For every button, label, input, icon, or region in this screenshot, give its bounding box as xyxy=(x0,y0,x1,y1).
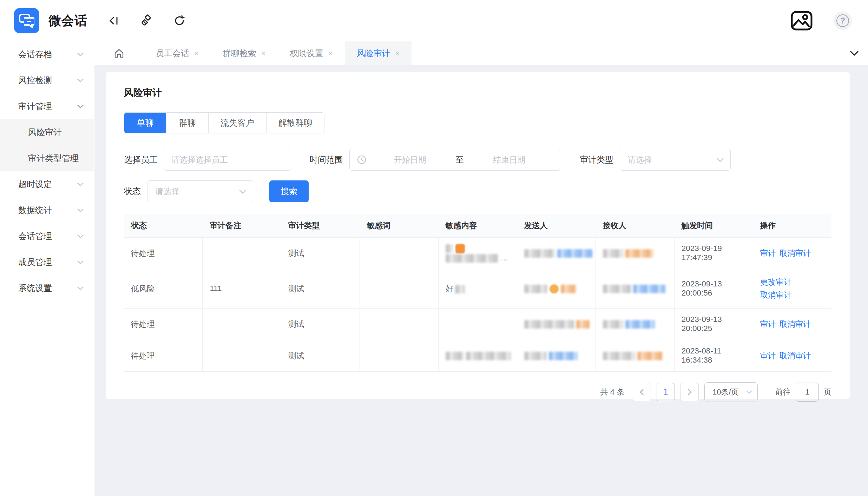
audit-action-link[interactable]: 审计 xyxy=(760,319,776,330)
daterange-filter-label: 时间范围 xyxy=(309,154,343,165)
change-audit-action-link[interactable]: 更改审计 xyxy=(760,277,832,287)
search-button[interactable]: 搜索 xyxy=(269,180,309,202)
redacted-receiver xyxy=(596,237,674,269)
redacted-sender xyxy=(517,269,596,308)
redacted-sender xyxy=(517,237,596,269)
prev-page-button[interactable] xyxy=(633,383,651,401)
sidebar-item-session-management[interactable]: 会话管理 xyxy=(0,223,94,249)
table-row: 待处理 测试 xyxy=(124,340,831,371)
col-actions: 操作 xyxy=(753,214,831,237)
total-count: 共 4 条 xyxy=(600,387,624,397)
employee-select[interactable] xyxy=(164,149,291,171)
start-date-placeholder[interactable]: 开始日期 xyxy=(367,154,454,165)
redacted-receiver xyxy=(596,308,674,340)
risk-audit-table: 状态 审计备注 审计类型 敏感词 敏感内容 发送人 接收人 触发时间 操作 xyxy=(124,214,831,372)
chevron-down-icon xyxy=(77,182,84,186)
sidebar-item-session-archive[interactable]: 会话存档 xyxy=(0,41,94,67)
chevron-down-icon xyxy=(716,158,730,162)
page-title: 风险审计 xyxy=(124,86,831,99)
tab-employee-session[interactable]: 员工会话 × xyxy=(144,41,211,65)
app-title: 微会话 xyxy=(48,12,87,29)
redacted-receiver xyxy=(596,269,674,308)
close-icon[interactable]: × xyxy=(395,49,400,58)
col-sender: 发送人 xyxy=(517,214,596,237)
help-icon[interactable]: ? xyxy=(834,12,852,30)
page-number-button[interactable]: 1 xyxy=(657,383,675,401)
chevron-down-icon xyxy=(77,260,84,264)
audit-action-link[interactable]: 审计 xyxy=(760,248,776,259)
audit-action-link[interactable]: 审计 xyxy=(760,350,776,361)
col-trigger-time: 触发时间 xyxy=(674,214,753,237)
chevron-down-icon xyxy=(77,234,84,238)
chat-tab-group[interactable]: 群聊 xyxy=(166,113,209,133)
trigger-time-cell: 2023-09-19 17:47:39 xyxy=(674,237,753,269)
app-logo xyxy=(14,8,39,33)
employee-select-input[interactable] xyxy=(171,155,284,165)
sidebar-item-system-settings[interactable]: 系统设置 xyxy=(0,275,94,301)
main-content-area: 风险审计 单聊 群聊 流失客户 解散群聊 选择员工 时间范围 xyxy=(94,65,868,496)
avatar-broken-image-icon[interactable] xyxy=(791,11,813,31)
risk-audit-card: 风险审计 单聊 群聊 流失客户 解散群聊 选择员工 时间范围 xyxy=(106,72,850,399)
clean-icon[interactable] xyxy=(140,14,153,27)
home-icon xyxy=(114,48,124,59)
pagination: 共 4 条 1 10条/页 前往 xyxy=(124,382,831,402)
col-receiver: 接收人 xyxy=(596,214,674,237)
cancel-audit-action-link[interactable]: 取消审计 xyxy=(780,350,811,361)
trigger-time-cell: 2023-08-11 16:34:38 xyxy=(674,340,753,371)
table-row: 待处理 测试 2023-09-13 20:00:25 xyxy=(124,308,831,340)
close-icon[interactable]: × xyxy=(328,49,333,58)
status-filter-label: 状态 xyxy=(124,186,141,197)
redacted-sensitive-content: 好 xyxy=(439,269,517,308)
redacted-sensitive-content: … xyxy=(439,237,517,269)
refresh-icon[interactable] xyxy=(173,14,186,27)
col-sensitive-word: 敏感词 xyxy=(360,214,439,237)
page-unit-label: 页 xyxy=(824,387,831,397)
status-select[interactable]: 请选择 xyxy=(147,180,253,202)
sidebar-subitem-risk-audit[interactable]: 风险审计 xyxy=(0,119,94,145)
goto-page-input[interactable] xyxy=(796,383,818,401)
redacted-sensitive-content xyxy=(439,308,517,340)
chat-tab-lost-customers[interactable]: 流失客户 xyxy=(209,113,267,133)
collapse-sidebar-icon[interactable] xyxy=(108,15,120,27)
chat-tab-disbanded-groups[interactable]: 解散群聊 xyxy=(267,113,324,133)
redacted-sensitive-content xyxy=(439,340,517,371)
status-cell: 低风险 xyxy=(124,269,203,308)
home-tab[interactable] xyxy=(94,41,144,65)
chevron-down-icon xyxy=(77,78,84,82)
top-header: 微会话 xyxy=(0,0,868,41)
end-date-placeholder[interactable]: 结束日期 xyxy=(466,154,553,165)
page-size-select[interactable]: 10条/页 xyxy=(704,382,758,402)
col-audit-note: 审计备注 xyxy=(203,214,281,237)
sidebar-subitem-audit-type-management[interactable]: 审计类型管理 xyxy=(0,145,94,171)
chat-tab-single[interactable]: 单聊 xyxy=(124,113,166,133)
employee-filter-label: 选择员工 xyxy=(124,154,158,165)
sidebar-item-data-statistics[interactable]: 数据统计 xyxy=(0,197,94,223)
col-audit-type: 审计类型 xyxy=(281,214,360,237)
close-icon[interactable]: × xyxy=(194,49,199,58)
cancel-audit-action-link[interactable]: 取消审计 xyxy=(760,290,832,300)
sidebar-item-timeout-settings[interactable]: 超时设定 xyxy=(0,171,94,197)
status-cell: 待处理 xyxy=(124,308,203,340)
tab-group-chat-search[interactable]: 群聊检索 × xyxy=(211,41,278,65)
chevron-down-icon xyxy=(239,189,253,194)
cancel-audit-action-link[interactable]: 取消审计 xyxy=(780,319,811,330)
audit-type-filter-label: 审计类型 xyxy=(580,154,613,165)
daterange-picker[interactable]: 开始日期 至 结束日期 xyxy=(349,149,560,171)
chevron-down-icon xyxy=(77,208,84,212)
cancel-audit-action-link[interactable]: 取消审计 xyxy=(780,248,811,259)
sidebar-item-audit-management[interactable]: 审计管理 xyxy=(0,93,94,119)
tab-bar: 员工会话 × 群聊检索 × 权限设置 × 风险审计 × xyxy=(94,41,868,65)
chevron-down-icon xyxy=(77,52,84,57)
sidebar-item-risk-detection[interactable]: 风控检测 xyxy=(0,67,94,93)
tabbar-chevron-down-icon[interactable] xyxy=(841,41,868,65)
table-row: 低风险 111 测试 好 xyxy=(124,269,831,308)
close-icon[interactable]: × xyxy=(261,49,266,58)
status-cell: 待处理 xyxy=(124,340,203,371)
clock-icon xyxy=(357,155,367,165)
audit-type-select[interactable]: 请选择 xyxy=(620,149,731,171)
tab-permission-settings[interactable]: 权限设置 × xyxy=(278,41,345,65)
tab-risk-audit-active[interactable]: 风险审计 × xyxy=(345,41,412,65)
next-page-button[interactable] xyxy=(680,383,699,401)
sidebar: 会话存档 风控检测 审计管理 风险审计 审计类型管理 超时 xyxy=(0,41,94,496)
sidebar-item-member-management[interactable]: 成员管理 xyxy=(0,249,94,275)
